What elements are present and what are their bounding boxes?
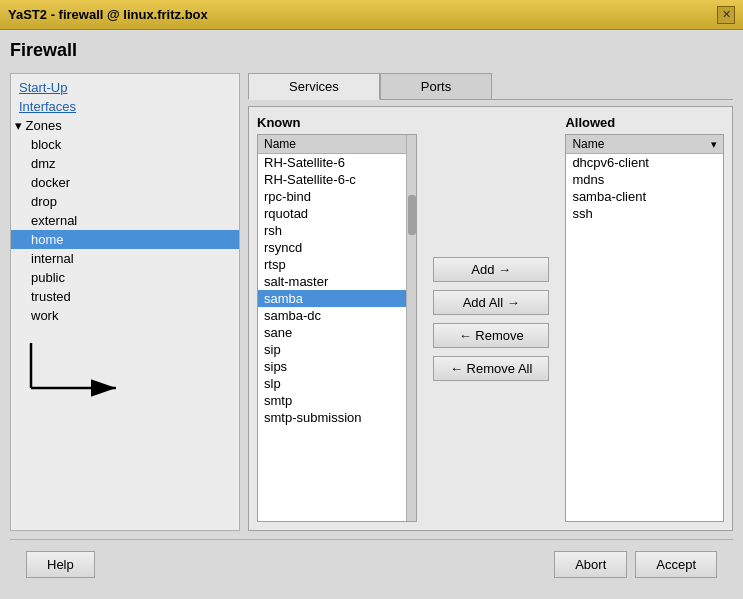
sidebar-item-trusted[interactable]: trusted xyxy=(11,287,239,306)
list-item[interactable]: rpc-bind xyxy=(258,188,406,205)
known-label: Known xyxy=(257,115,417,130)
list-item[interactable]: slp xyxy=(258,375,406,392)
remove-button[interactable]: ← Remove xyxy=(433,323,549,348)
list-item[interactable]: smtp xyxy=(258,392,406,409)
accept-button[interactable]: Accept xyxy=(635,551,717,578)
list-item[interactable]: samba-dc xyxy=(258,307,406,324)
middle-buttons: Add → Add All → ← Remove ← Remove All xyxy=(425,115,557,522)
add-all-button[interactable]: Add All → xyxy=(433,290,549,315)
content-area: Start-Up Interfaces ▾ Zones block dmz do… xyxy=(10,73,733,531)
tab-content: Known Name RH-Satellite-6 RH-Satellite-6… xyxy=(248,106,733,531)
known-list-header: Name xyxy=(258,135,406,154)
tabs: Services Ports xyxy=(248,73,733,100)
list-item[interactable]: rsh xyxy=(258,222,406,239)
sidebar: Start-Up Interfaces ▾ Zones block dmz do… xyxy=(10,73,240,531)
allowed-items: Name ▾ dhcpv6-client mdns samba-client s… xyxy=(566,135,723,521)
sidebar-item-work[interactable]: work xyxy=(11,306,239,325)
list-item[interactable]: mdns xyxy=(566,171,723,188)
sidebar-item-external[interactable]: external xyxy=(11,211,239,230)
known-section: Known Name RH-Satellite-6 RH-Satellite-6… xyxy=(257,115,417,522)
sidebar-item-startup[interactable]: Start-Up xyxy=(11,78,239,97)
allowed-list-header: Name ▾ xyxy=(566,135,723,154)
known-items: Name RH-Satellite-6 RH-Satellite-6-c rpc… xyxy=(258,135,406,521)
abort-button[interactable]: Abort xyxy=(554,551,627,578)
list-item[interactable]: rsyncd xyxy=(258,239,406,256)
window-title: YaST2 - firewall @ linux.fritz.box xyxy=(8,7,208,22)
right-panel: Services Ports Known Name xyxy=(248,73,733,531)
sidebar-item-internal[interactable]: internal xyxy=(11,249,239,268)
arrow-icon xyxy=(21,333,141,403)
title-bar: YaST2 - firewall @ linux.fritz.box ✕ xyxy=(0,0,743,30)
known-list: Name RH-Satellite-6 RH-Satellite-6-c rpc… xyxy=(257,134,417,522)
list-item[interactable]: dhcpv6-client xyxy=(566,154,723,171)
help-button[interactable]: Help xyxy=(26,551,95,578)
tab-services[interactable]: Services xyxy=(248,73,380,100)
window: YaST2 - firewall @ linux.fritz.box ✕ Fir… xyxy=(0,0,743,599)
sidebar-item-drop[interactable]: drop xyxy=(11,192,239,211)
sidebar-item-public[interactable]: public xyxy=(11,268,239,287)
list-item[interactable]: smtp-submission xyxy=(258,409,406,426)
close-button[interactable]: ✕ xyxy=(717,6,735,24)
page-title: Firewall xyxy=(10,40,733,61)
sidebar-item-home[interactable]: home xyxy=(11,230,239,249)
sidebar-item-dmz[interactable]: dmz xyxy=(11,154,239,173)
list-item[interactable]: sips xyxy=(258,358,406,375)
add-button[interactable]: Add → xyxy=(433,257,549,282)
main-content: Firewall Start-Up Interfaces ▾ Zones blo… xyxy=(0,30,743,599)
list-item[interactable]: sane xyxy=(258,324,406,341)
allowed-section: Allowed Name ▾ dhcpv6-client mdns samba-… xyxy=(565,115,724,522)
list-item[interactable]: RH-Satellite-6-c xyxy=(258,171,406,188)
sidebar-item-interfaces[interactable]: Interfaces xyxy=(11,97,239,116)
sidebar-item-docker[interactable]: docker xyxy=(11,173,239,192)
known-scrollbar[interactable] xyxy=(406,135,416,521)
tab-ports[interactable]: Ports xyxy=(380,73,492,99)
list-item[interactable]: samba-client xyxy=(566,188,723,205)
list-item[interactable]: ssh xyxy=(566,205,723,222)
list-item[interactable]: RH-Satellite-6 xyxy=(258,154,406,171)
sidebar-item-block[interactable]: block xyxy=(11,135,239,154)
allowed-list: Name ▾ dhcpv6-client mdns samba-client s… xyxy=(565,134,724,522)
sidebar-zones-group[interactable]: ▾ Zones xyxy=(11,116,239,135)
list-item[interactable]: rquotad xyxy=(258,205,406,222)
list-item[interactable]: sip xyxy=(258,341,406,358)
scrollbar-thumb xyxy=(408,195,416,235)
allowed-label: Allowed xyxy=(565,115,724,130)
list-item-samba[interactable]: samba xyxy=(258,290,406,307)
list-item[interactable]: rtsp xyxy=(258,256,406,273)
list-item[interactable]: salt-master xyxy=(258,273,406,290)
bottom-bar: Help Abort Accept xyxy=(10,539,733,589)
remove-all-button[interactable]: ← Remove All xyxy=(433,356,549,381)
